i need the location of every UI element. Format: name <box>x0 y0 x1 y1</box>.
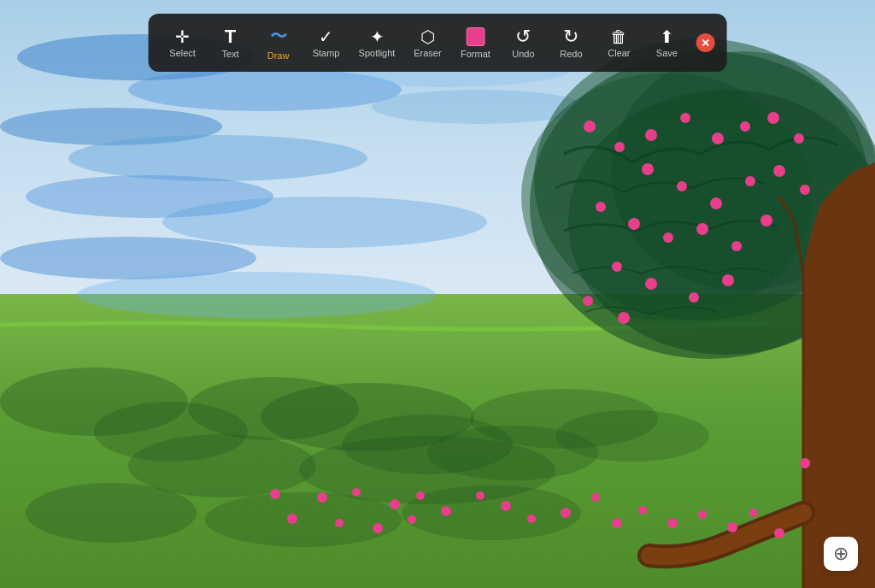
svg-point-19 <box>555 410 709 462</box>
svg-point-32 <box>712 132 724 144</box>
svg-point-53 <box>618 312 630 324</box>
corner-add-icon: ⊕ <box>833 543 849 565</box>
svg-point-36 <box>642 163 654 175</box>
tool-eraser[interactable]: ⬡ Eraser <box>405 24 449 62</box>
tool-redo[interactable]: ↻ Redo <box>549 23 593 63</box>
svg-point-68 <box>591 493 600 502</box>
svg-point-75 <box>774 528 784 538</box>
svg-point-76 <box>800 458 810 468</box>
svg-point-20 <box>26 483 197 543</box>
tool-spotlight[interactable]: ✦ Spotlight <box>352 24 402 62</box>
svg-point-61 <box>373 523 383 533</box>
svg-point-64 <box>476 491 484 500</box>
svg-point-33 <box>740 121 750 132</box>
tool-format[interactable]: Format <box>453 23 497 63</box>
svg-point-56 <box>352 488 361 497</box>
svg-point-54 <box>270 489 280 499</box>
svg-point-34 <box>767 112 779 124</box>
svg-point-57 <box>390 499 400 509</box>
toolbar: ✛ Select T Text 〜 Draw ✓ Stamp ✦ Spotlig… <box>149 14 727 72</box>
select-icon: ✛ <box>175 28 190 45</box>
svg-point-58 <box>416 491 425 500</box>
stamp-icon: ✓ <box>319 28 333 45</box>
tool-text-label: Text <box>222 50 239 59</box>
tool-save[interactable]: ⬆ Save <box>644 24 689 62</box>
eraser-icon: ⬡ <box>420 28 435 45</box>
tool-stamp-label: Stamp <box>313 49 340 58</box>
spotlight-icon: ✦ <box>370 28 385 45</box>
svg-point-48 <box>612 262 622 272</box>
svg-point-72 <box>698 510 707 519</box>
tool-eraser-label: Eraser <box>414 49 441 58</box>
svg-point-45 <box>696 223 708 235</box>
format-color-box <box>466 27 484 46</box>
svg-point-47 <box>760 215 772 226</box>
svg-point-73 <box>727 522 737 532</box>
undo-icon: ↺ <box>515 27 531 46</box>
svg-point-41 <box>800 185 810 195</box>
svg-point-38 <box>710 197 722 209</box>
tool-select[interactable]: ✛ Select <box>161 24 205 62</box>
tool-draw[interactable]: 〜 Draw <box>256 21 301 65</box>
tool-undo[interactable]: ↺ Undo <box>501 23 545 63</box>
svg-point-65 <box>501 501 511 511</box>
tool-clear[interactable]: 🗑 Clear <box>596 24 641 62</box>
canvas-area[interactable]: ✛ Select T Text 〜 Draw ✓ Stamp ✦ Spotlig… <box>0 0 875 588</box>
svg-point-70 <box>638 506 647 514</box>
svg-point-28 <box>584 121 596 132</box>
svg-point-50 <box>689 292 699 303</box>
svg-point-74 <box>749 509 758 517</box>
svg-point-44 <box>663 232 673 243</box>
svg-point-62 <box>408 515 416 524</box>
svg-point-55 <box>317 492 327 503</box>
svg-point-49 <box>645 278 657 290</box>
corner-add-button[interactable]: ⊕ <box>824 537 858 571</box>
svg-point-37 <box>677 181 687 191</box>
text-icon: T <box>225 27 236 46</box>
svg-point-40 <box>773 165 785 177</box>
save-icon: ⬆ <box>660 28 674 45</box>
svg-point-22 <box>402 485 581 540</box>
svg-point-5 <box>162 197 487 248</box>
tool-stamp[interactable]: ✓ Stamp <box>304 24 349 62</box>
svg-point-35 <box>794 133 804 144</box>
svg-point-59 <box>287 514 297 524</box>
tool-redo-label: Redo <box>560 50 582 59</box>
svg-point-52 <box>583 296 593 306</box>
svg-point-46 <box>731 241 742 251</box>
svg-point-71 <box>667 518 678 528</box>
tool-undo-label: Undo <box>512 50 534 59</box>
trash-icon: 🗑 <box>610 28 627 45</box>
svg-point-43 <box>628 218 640 230</box>
svg-point-66 <box>527 514 536 523</box>
tool-clear-label: Clear <box>608 49 630 58</box>
tool-text[interactable]: T Text <box>208 23 253 63</box>
svg-point-51 <box>722 274 734 286</box>
svg-point-69 <box>612 518 622 528</box>
svg-point-29 <box>614 142 625 152</box>
svg-point-60 <box>335 519 344 527</box>
tool-select-label: Select <box>169 49 196 58</box>
svg-point-63 <box>441 506 451 516</box>
redo-icon: ↻ <box>563 27 578 46</box>
tool-save-label: Save <box>656 49 678 58</box>
drawing-layer <box>0 0 875 588</box>
svg-point-7 <box>77 272 436 318</box>
svg-point-30 <box>645 129 657 141</box>
svg-point-21 <box>205 492 402 547</box>
svg-point-42 <box>596 202 606 212</box>
close-button[interactable]: ✕ <box>696 33 714 52</box>
svg-point-39 <box>745 176 755 186</box>
tool-draw-label: Draw <box>267 51 290 61</box>
svg-point-3 <box>68 135 367 181</box>
tool-spotlight-label: Spotlight <box>359 49 396 58</box>
svg-point-67 <box>561 508 571 518</box>
draw-icon: 〜 <box>270 25 287 48</box>
svg-point-31 <box>680 113 690 123</box>
tool-format-label: Format <box>461 50 490 59</box>
